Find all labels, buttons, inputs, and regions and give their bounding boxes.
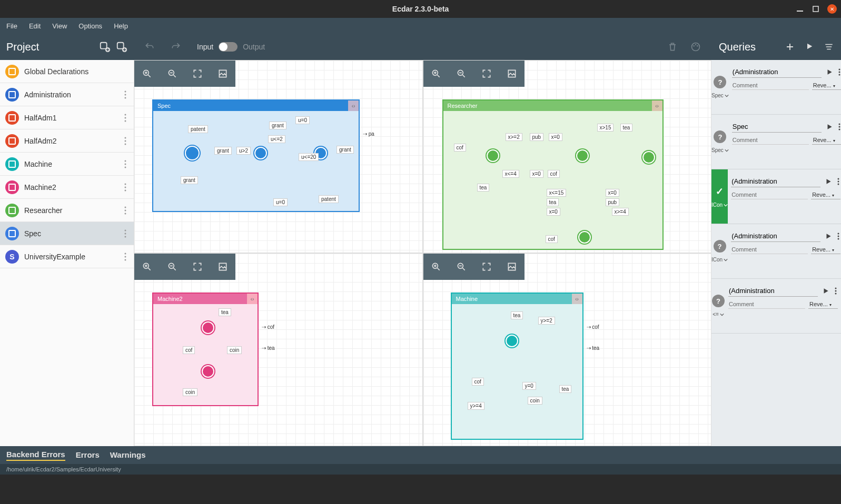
zoom-in-icon[interactable] [142,261,152,272]
edge-label[interactable]: tea [559,385,572,393]
edge-label[interactable]: patent [319,195,339,203]
edge-label[interactable]: cof [546,235,558,243]
minimize-button[interactable] [796,5,804,13]
item-menu-button[interactable] [122,227,128,240]
project-item-machine[interactable]: Machine [0,153,134,176]
component-collapse-icon[interactable]: ‹› [247,294,258,304]
canvas-pane-researcher[interactable]: cof →tea →Researcher‹›L9L6U0L7x>=2pubx=0… [423,60,712,253]
node-L5[interactable]: L5 [506,335,518,347]
node-L10[interactable]: L10 [202,365,214,378]
edge-label[interactable]: pub [606,198,620,206]
maximize-button[interactable] [812,5,820,13]
item-menu-button[interactable] [122,112,128,124]
run-query-button[interactable] [821,286,830,296]
edge-label[interactable]: tea [511,311,523,319]
run-query-button[interactable] [824,177,833,186]
query-comment-input[interactable]: Comment [728,300,805,309]
image-icon[interactable] [507,261,517,272]
component-collapse-icon[interactable]: ‹› [348,100,359,111]
item-menu-button[interactable] [122,181,128,194]
query-text-input[interactable] [728,285,818,297]
zoom-in-icon[interactable] [431,68,441,79]
query-text-input[interactable] [732,66,822,78]
edge-label[interactable]: grant [337,146,354,154]
edge-label[interactable]: cof [548,170,560,178]
project-item-administration[interactable]: Administration [0,83,134,106]
edge-label[interactable]: x=0 [547,208,560,216]
edge-label[interactable]: coin [183,388,197,396]
image-icon[interactable] [507,68,517,79]
add-query-button[interactable] [785,42,795,52]
edge-label[interactable]: x>=4 [612,208,629,216]
node-U0[interactable]: U0 [642,151,655,164]
item-menu-button[interactable] [122,158,128,170]
node-L9[interactable]: L9 [487,149,499,162]
add-component-icon[interactable] [99,41,111,53]
edge-label[interactable]: cof [454,144,466,152]
menu-edit[interactable]: Edit [29,22,41,30]
edge-label[interactable]: tea [547,198,559,206]
edge-label[interactable]: tea [477,184,490,191]
query-menu-button[interactable] [837,67,841,77]
project-item-halfadm1[interactable]: HalfAdm1 [0,106,134,129]
close-button[interactable]: ✕ [827,4,837,14]
edge-label[interactable]: x=0 [606,189,619,197]
edge-label[interactable]: cof [472,378,484,386]
queries-menu-button[interactable] [824,42,834,52]
redo-button[interactable] [171,42,181,52]
component-spec[interactable]: Spec‹›L18L16L17patentgrantu>2grantu=0u<=… [152,99,360,212]
add-system-icon[interactable] [116,41,127,53]
edge-label[interactable]: grant [214,147,232,155]
project-item-universityexample[interactable]: SUniversityExample [0,245,134,268]
edge-label[interactable]: u=0 [295,116,310,124]
menu-help[interactable]: Help [114,22,128,30]
item-menu-button[interactable] [122,250,128,263]
component-machine[interactable]: Machine‹›L5teay>=2cofy=0teacoiny>=4 [451,293,583,440]
query-menu-button[interactable] [836,231,840,241]
node-L18[interactable]: L18 [185,146,200,160]
query-comment-input[interactable]: Comment [732,81,809,90]
component-collapse-icon[interactable]: ‹› [652,100,662,111]
query-backend-dropdown[interactable]: Reve... ▾ [812,136,841,145]
query-menu-button[interactable] [834,286,838,296]
edge-label[interactable]: coin [227,346,242,354]
query-type-dropdown[interactable]: ICon [711,202,728,208]
tab-errors[interactable]: Errors [76,450,100,460]
zoom-in-icon[interactable] [431,261,441,272]
image-icon[interactable] [217,261,228,272]
query-text-input[interactable] [731,176,820,187]
edge-label[interactable]: x=0 [549,133,562,141]
menu-options[interactable]: Options [78,22,102,30]
edge-label[interactable]: tea [219,308,231,316]
query-comment-input[interactable]: Comment [731,190,808,199]
canvas-pane-machine2[interactable]: coin →⇢ cof⇢ teaMachine2‹›L11L10teacofco… [134,253,423,446]
menu-file[interactable]: File [6,22,17,30]
edge-label[interactable]: coin [528,397,542,405]
edge-label[interactable]: y=0 [522,382,536,390]
project-item-machine2[interactable]: Machine2 [0,176,134,199]
query-backend-dropdown[interactable]: Reve... ▾ [811,190,840,199]
query-backend-dropdown[interactable]: Reve... ▾ [811,245,840,254]
edge-label[interactable]: u<=20 [299,153,319,161]
tab-backend-errors[interactable]: Backend Errors [6,450,65,461]
image-icon[interactable] [217,68,228,79]
project-item-global-declarations[interactable]: Global Declarations [0,60,134,83]
query-backend-dropdown[interactable]: Reve... ▾ [808,300,838,309]
fit-screen-icon[interactable] [481,261,492,272]
node-L11[interactable]: L11 [202,321,214,334]
canvas-pane-spec[interactable]: rant →⇢ paSpec‹›L18L16L17patentgrantu>2g… [134,60,423,253]
run-query-button[interactable] [824,231,833,241]
undo-button[interactable] [144,42,155,52]
edge-label[interactable]: grant [269,122,286,129]
project-item-researcher[interactable]: Researcher [0,199,134,222]
zoom-out-icon[interactable] [456,68,467,79]
query-text-input[interactable] [731,230,820,242]
edge-label[interactable]: u=0 [273,198,288,206]
canvas-pane-machine[interactable]: coin →⇢ cof⇢ teaMachine‹›L5teay>=2cofy=0… [423,253,712,446]
query-type-dropdown[interactable]: <= [713,311,724,317]
edge-label[interactable]: x>15 [597,124,614,132]
fit-screen-icon[interactable] [192,261,203,272]
component-machine2[interactable]: Machine2‹›L11L10teacofcoincoin [152,293,259,406]
node-L7[interactable]: L7 [578,231,591,244]
edge-label[interactable]: tea [620,124,633,132]
